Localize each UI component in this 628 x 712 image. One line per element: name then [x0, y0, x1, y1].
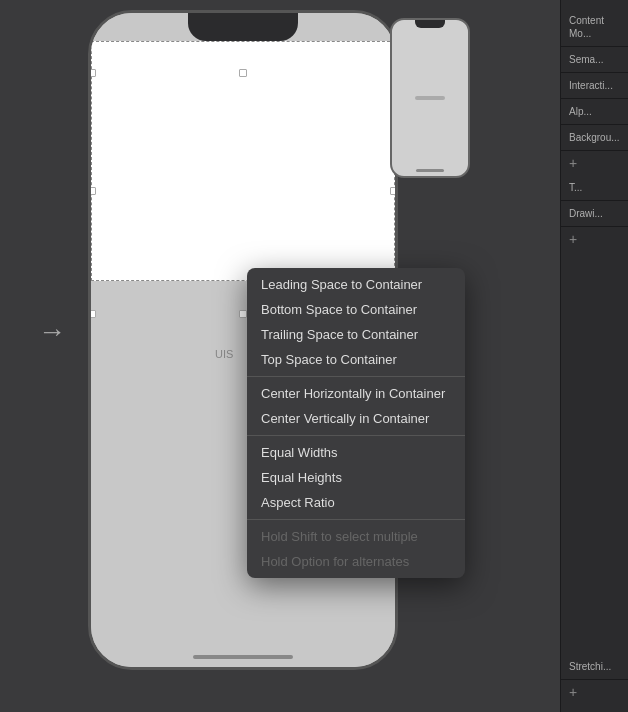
- phone-preview-indicator: [416, 169, 444, 172]
- menu-item-hold-shift: Hold Shift to select multiple: [247, 524, 465, 549]
- panel-item-alpha[interactable]: Alp...: [561, 99, 628, 125]
- menu-section-size: Equal Widths Equal Heights Aspect Ratio: [247, 435, 465, 519]
- menu-item-leading-space[interactable]: Leading Space to Container: [247, 272, 465, 297]
- uis-label: UIS: [215, 348, 233, 360]
- menu-item-hold-option: Hold Option for alternates: [247, 549, 465, 574]
- phone-preview-notch: [415, 20, 445, 28]
- menu-item-bottom-space[interactable]: Bottom Space to Container: [247, 297, 465, 322]
- panel-plus-stretching[interactable]: +: [561, 680, 628, 704]
- selection-handle-tl[interactable]: [88, 69, 96, 77]
- selection-handle-mr[interactable]: [390, 187, 398, 195]
- panel-item-stretching[interactable]: Stretchi...: [561, 654, 628, 680]
- panel-item-content-mode[interactable]: Content Mo...: [561, 8, 628, 47]
- menu-item-top-space[interactable]: Top Space to Container: [247, 347, 465, 372]
- left-arrow[interactable]: →: [38, 316, 66, 348]
- panel-item-drawing[interactable]: Drawi...: [561, 201, 628, 227]
- context-menu: Leading Space to Container Bottom Space …: [247, 268, 465, 578]
- menu-section-center: Center Horizontally in Container Center …: [247, 376, 465, 435]
- right-panel: Content Mo... Sema... Interacti... Alp..…: [560, 0, 628, 712]
- menu-item-trailing-space[interactable]: Trailing Space to Container: [247, 322, 465, 347]
- menu-item-aspect-ratio[interactable]: Aspect Ratio: [247, 490, 465, 515]
- menu-item-equal-widths[interactable]: Equal Widths: [247, 440, 465, 465]
- menu-item-center-vertical[interactable]: Center Vertically in Container: [247, 406, 465, 431]
- phone-preview: [390, 18, 470, 178]
- menu-item-center-horizontal[interactable]: Center Horizontally in Container: [247, 381, 465, 406]
- phone-notch: [188, 13, 298, 41]
- menu-section-space: Leading Space to Container Bottom Space …: [247, 268, 465, 376]
- panel-item-interaction[interactable]: Interacti...: [561, 73, 628, 99]
- selection-handle-tm[interactable]: [239, 69, 247, 77]
- phone-white-area: [91, 41, 395, 281]
- selection-handle-bm[interactable]: [239, 310, 247, 318]
- panel-item-semantic[interactable]: Sema...: [561, 47, 628, 73]
- selection-handle-bl[interactable]: [88, 310, 96, 318]
- panel-plus-background[interactable]: +: [561, 151, 628, 175]
- menu-item-equal-heights[interactable]: Equal Heights: [247, 465, 465, 490]
- phone-preview-bar: [415, 96, 445, 100]
- panel-item-background[interactable]: Backgrou...: [561, 125, 628, 151]
- panel-item-t[interactable]: T...: [561, 175, 628, 201]
- menu-section-help: Hold Shift to select multiple Hold Optio…: [247, 519, 465, 578]
- panel-plus-drawing[interactable]: +: [561, 227, 628, 251]
- selection-handle-ml[interactable]: [88, 187, 96, 195]
- canvas-area: → UIS Leading Space to Container Bottom …: [0, 0, 560, 712]
- phone-home-indicator: [193, 655, 293, 659]
